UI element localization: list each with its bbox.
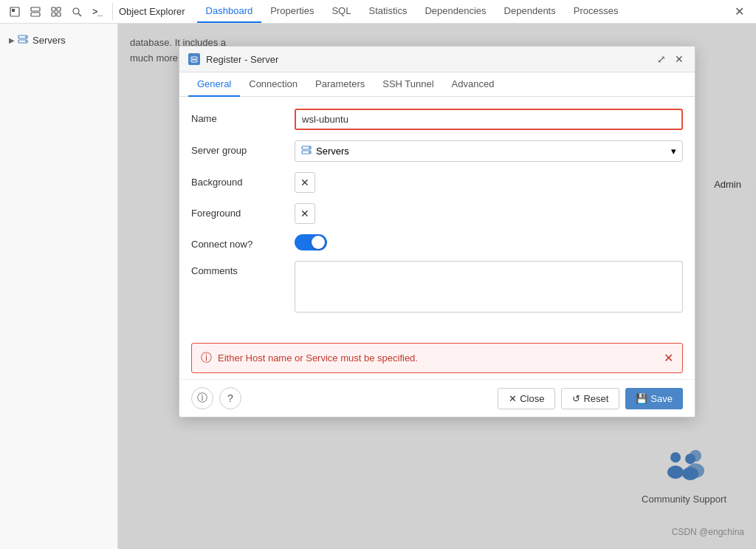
toolbar-icons: >_ — [6, 3, 113, 21]
top-close-button[interactable]: ✕ — [729, 0, 750, 23]
top-bar: >_ Object Explorer Dashboard Properties … — [0, 0, 756, 24]
svg-point-8 — [73, 8, 79, 14]
svg-rect-21 — [191, 60, 197, 62]
content-area: database. It includes a much more. The t… — [118, 24, 756, 549]
name-input[interactable] — [295, 109, 683, 130]
comments-label: Comments — [191, 261, 295, 276]
modal-titlebar: Register - Server ⤢ ✕ — [179, 47, 695, 72]
save-icon: 💾 — [636, 393, 647, 404]
modal-body: Name Server group — [179, 97, 695, 337]
toggle-knob — [312, 236, 325, 249]
modal-title-icon — [188, 53, 200, 65]
error-icon: ⓘ — [201, 351, 212, 365]
foreground-row: Foreground ✕ — [191, 203, 683, 224]
connect-now-toggle-switch[interactable] — [295, 234, 327, 250]
modal-tab-ssh-tunnel[interactable]: SSH Tunnel — [374, 72, 442, 97]
reset-icon: ↺ — [572, 393, 580, 404]
svg-rect-20 — [191, 57, 197, 59]
tab-dependencies[interactable]: Dependencies — [416, 0, 495, 23]
modal-tab-connection[interactable]: Connection — [240, 72, 306, 97]
reset-button[interactable]: ↺ Reset — [561, 388, 619, 409]
background-control: ✕ — [295, 172, 683, 193]
error-message: Either Host name or Service must be spec… — [218, 352, 418, 364]
tab-statistics[interactable]: Statistics — [360, 0, 416, 23]
foreground-label: Foreground — [191, 203, 295, 219]
tab-dependents[interactable]: Dependents — [495, 0, 565, 23]
save-label: Save — [650, 393, 673, 404]
comments-control — [295, 261, 683, 315]
server-group-row: Server group — [191, 140, 683, 162]
modal-tab-advanced[interactable]: Advanced — [443, 72, 504, 97]
comments-row: Comments — [191, 261, 683, 315]
comments-textarea[interactable] — [295, 261, 683, 313]
modal-tab-general[interactable]: General — [188, 72, 240, 97]
svg-rect-1 — [12, 9, 15, 12]
modal-expand-button[interactable]: ⤢ — [655, 52, 668, 66]
background-label: Background — [191, 172, 295, 188]
footer-right: ✕ Close ↺ Reset 💾 Save — [498, 388, 683, 409]
svg-rect-3 — [31, 13, 40, 16]
register-server-modal: Register - Server ⤢ ✕ General Connection… — [179, 46, 695, 417]
close-button[interactable]: ✕ Close — [498, 388, 555, 409]
server-group-value: Servers — [316, 146, 349, 157]
svg-point-25 — [309, 151, 310, 153]
svg-point-24 — [309, 147, 310, 149]
server-group-icon — [301, 145, 312, 157]
name-label: Name — [191, 109, 295, 124]
tab-properties[interactable]: Properties — [261, 0, 323, 23]
reset-label: Reset — [583, 393, 608, 404]
connect-now-toggle — [295, 234, 683, 250]
server-group-chevron: ▾ — [671, 146, 676, 157]
modal-tabs: General Connection Parameters SSH Tunnel… — [179, 72, 695, 97]
svg-rect-6 — [52, 13, 55, 16]
footer-left: ⓘ ? — [191, 387, 241, 409]
modal-overlay: Register - Server ⤢ ✕ General Connection… — [118, 24, 756, 549]
modal-title-buttons: ⤢ ✕ — [655, 52, 686, 66]
toolbar-icon-2[interactable] — [27, 3, 44, 21]
server-group-control: Servers ▾ — [295, 140, 683, 162]
background-row: Background ✕ — [191, 172, 683, 193]
modal-footer: ⓘ ? ✕ Close ↺ Reset 💾 — [179, 379, 695, 417]
svg-point-13 — [25, 41, 27, 42]
tab-sql[interactable]: SQL — [323, 0, 360, 23]
search-icon[interactable] — [68, 3, 86, 21]
save-button[interactable]: 💾 Save — [625, 388, 683, 409]
section-title: >_ Object Explorer — [6, 0, 197, 23]
tab-dashboard[interactable]: Dashboard — [197, 0, 262, 23]
sidebar: ▶ Servers — [0, 24, 118, 549]
modal-tab-parameters[interactable]: Parameters — [306, 72, 374, 97]
help-button[interactable]: ? — [219, 387, 241, 409]
svg-rect-4 — [52, 7, 55, 11]
error-bar: ⓘ Either Host name or Service must be sp… — [191, 343, 683, 373]
foreground-clear-button[interactable]: ✕ — [295, 203, 315, 224]
server-group-select[interactable]: Servers ▾ — [295, 140, 683, 162]
foreground-control: ✕ — [295, 203, 683, 224]
server-icon — [18, 34, 28, 47]
tab-processes[interactable]: Processes — [565, 0, 628, 23]
svg-rect-5 — [57, 7, 61, 11]
top-tabs: Dashboard Properties SQL Statistics Depe… — [197, 0, 729, 23]
main-area: ▶ Servers database. It includes a much m… — [0, 24, 756, 549]
connect-now-row: Connect now? — [191, 234, 683, 250]
toolbar-icon-1[interactable] — [6, 3, 24, 21]
server-group-inner: Servers — [301, 145, 349, 157]
sidebar-servers-label: Servers — [32, 35, 66, 46]
error-close-button[interactable]: ✕ — [664, 351, 673, 365]
info-button[interactable]: ⓘ — [191, 387, 213, 409]
modal-close-x-button[interactable]: ✕ — [673, 52, 686, 66]
sidebar-chevron: ▶ — [9, 36, 15, 44]
close-label: Close — [520, 393, 544, 404]
name-row: Name — [191, 109, 683, 130]
terminal-icon[interactable]: >_ — [89, 3, 106, 21]
connect-now-label: Connect now? — [191, 234, 295, 250]
toolbar-icon-3[interactable] — [47, 3, 65, 21]
close-icon: ✕ — [509, 393, 517, 404]
name-control — [295, 109, 683, 130]
section-title-text: Object Explorer — [119, 6, 185, 17]
svg-rect-2 — [31, 7, 40, 11]
connect-now-control — [295, 234, 683, 250]
background-clear-button[interactable]: ✕ — [295, 172, 315, 193]
sidebar-item-servers[interactable]: ▶ Servers — [0, 30, 117, 51]
server-group-label: Server group — [191, 140, 295, 156]
svg-point-12 — [25, 36, 27, 38]
